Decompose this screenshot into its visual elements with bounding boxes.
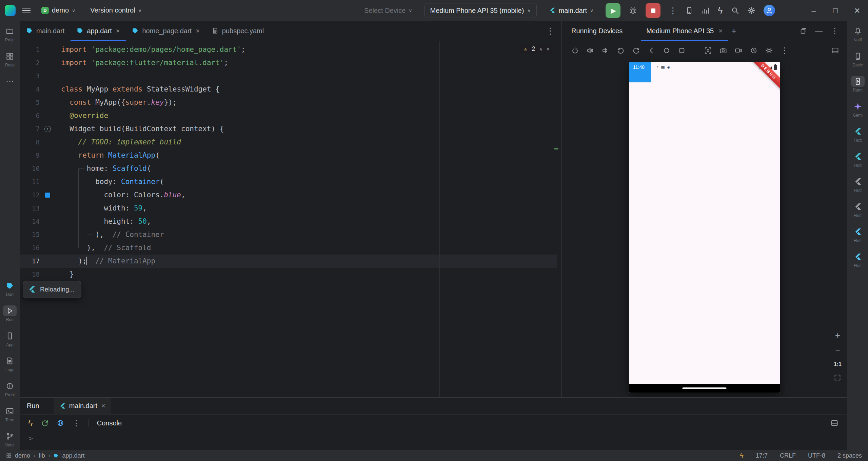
minimize-button[interactable]: – [803, 0, 825, 21]
console-tab[interactable]: Console [97, 419, 122, 427]
hide-panel-icon[interactable]: — [815, 27, 823, 35]
rotate-left-button[interactable] [617, 47, 625, 54]
zoom-reset-button[interactable]: 1:1 [834, 361, 842, 367]
new-device-tab-icon[interactable]: + [731, 26, 736, 35]
device-manager-icon[interactable] [685, 6, 693, 15]
layout-settings-icon[interactable] [831, 419, 838, 427]
highlighting-lightning-icon[interactable]: ϟ [740, 452, 744, 459]
toolwindow-flutter-property-editor[interactable]: Flutt [847, 201, 868, 218]
close-icon[interactable]: × [718, 27, 723, 35]
indent-style[interactable]: 2 spaces [837, 452, 862, 459]
screenshot-button[interactable] [704, 47, 712, 54]
code-line-16[interactable]: 16 ), // Scaffold [20, 241, 561, 255]
attach-panel-icon[interactable] [831, 47, 839, 54]
volume-down-button[interactable] [602, 47, 609, 54]
code-line-8[interactable]: 8 // TODO: implement build [20, 136, 561, 149]
toolwindow-flutter-performance[interactable]: Flutt [847, 176, 868, 193]
toolwindow-terminal[interactable]: Term [0, 406, 20, 422]
code-line-1[interactable]: 1import 'package:demo/pages/home_page.da… [20, 43, 561, 56]
home-indicator[interactable] [683, 387, 727, 389]
more-button[interactable]: ⋮ [781, 46, 789, 55]
code-line-13[interactable]: 13 width: 59, [20, 202, 561, 215]
close-tab-icon[interactable]: × [116, 27, 120, 35]
close-button[interactable]: × [846, 0, 868, 21]
screen-record-button[interactable] [735, 47, 742, 54]
code-line-14[interactable]: 14 height: 50, [20, 215, 561, 228]
zoom-in-icon[interactable]: + [835, 331, 840, 340]
editor-tab-pubspec.yaml[interactable]: pubspec.yaml [206, 21, 270, 41]
next-problem-icon[interactable]: ∨ [547, 47, 549, 51]
debug-button[interactable] [629, 6, 637, 15]
profile-avatar[interactable] [764, 5, 775, 16]
caret-position[interactable]: 17:7 [756, 452, 768, 459]
toolwindow-logcat[interactable]: Logc [0, 356, 20, 372]
toolwindow-flutter-inspector[interactable]: Flutt [847, 151, 868, 167]
toolwindow-gemini[interactable]: Gemi [847, 101, 868, 117]
run-config-selector[interactable]: main.dart ∨ [545, 3, 598, 18]
code-line-17[interactable]: 17 ); // MaterialApp [20, 255, 561, 268]
breadcrumb-app.dart[interactable]: app.dart [62, 452, 84, 459]
float-window-icon[interactable] [800, 27, 807, 34]
code-line-11[interactable]: 11 body: Container( [20, 175, 561, 188]
project-selector[interactable]: D demo ∨ [37, 3, 79, 18]
settings-button[interactable] [765, 47, 773, 54]
code-line-18[interactable]: 18 } [20, 268, 561, 281]
run-button[interactable]: ▶ [606, 3, 620, 18]
toolwindow-app-quality-insights[interactable]: App [0, 330, 20, 347]
search-icon[interactable] [731, 6, 739, 15]
code-line-12[interactable]: 12 color: Colors.blue, [20, 188, 561, 202]
vcs-selector[interactable]: Version control ∨ [86, 3, 146, 18]
toolwindow-problems[interactable]: Probl [0, 381, 20, 397]
toolwindow-flutter-outline[interactable]: Flutt [847, 126, 868, 142]
code-line-2[interactable]: 2import 'package:flutter/material.dart'; [20, 56, 561, 69]
code-line-6[interactable]: 6 @override [20, 109, 561, 122]
code-line-4[interactable]: 4class MyApp extends StatelessWidget { [20, 83, 561, 96]
zoom-fit-icon[interactable] [834, 374, 841, 381]
toolwindow-project[interactable]: Proje [0, 26, 20, 42]
code-area[interactable]: 1import 'package:demo/pages/home_page.da… [20, 41, 561, 397]
home-button[interactable] [663, 47, 670, 54]
back-button[interactable] [648, 47, 655, 54]
open-devtools-icon[interactable] [57, 419, 64, 427]
toolwindow-flutter-deep-links[interactable]: Flutt [847, 252, 868, 268]
stop-button[interactable] [646, 3, 660, 18]
code-line-15[interactable]: 15 ), // Container [20, 228, 561, 241]
zoom-out-icon[interactable]: − [835, 346, 840, 355]
code-line-9[interactable]: 9 return MaterialApp( [20, 149, 561, 162]
more-actions-icon[interactable]: ⋮ [669, 6, 677, 15]
toolwindow-notifications[interactable]: Notif [847, 26, 868, 42]
code-line-5[interactable]: 5 const MyApp({super.key}); [20, 96, 561, 109]
toolwindow-flutter-sidebar[interactable]: Flutt [847, 226, 868, 243]
hot-restart-icon[interactable] [41, 419, 48, 427]
toolwindow-run[interactable]: Run [0, 305, 20, 322]
emulator-screen[interactable]: 11:48 ◔▦◈ 3G ↕ ◢ DEBUG [629, 62, 780, 393]
toolwindow-resource-manager[interactable]: Reso [0, 51, 20, 67]
code-line-7[interactable]: 7↑ Widget build(BuildContext context) { [20, 122, 561, 136]
editor-tab-home_page.dart[interactable]: home_page.dart× [126, 21, 205, 41]
apply-changes-icon[interactable]: ϟ [718, 6, 723, 15]
select-device-dropdown[interactable]: Select Device ∨ [360, 3, 416, 18]
more-options-icon[interactable]: ⋮ [72, 419, 80, 427]
overview-button[interactable] [678, 47, 686, 54]
close-tab-icon[interactable]: × [196, 27, 200, 35]
prev-problem-icon[interactable]: ∧ [539, 47, 542, 51]
toolwindow-device-manager[interactable]: Devic [847, 51, 868, 67]
snapshot-button[interactable] [750, 47, 757, 54]
close-icon[interactable]: × [101, 402, 105, 410]
settings-gear-icon[interactable] [747, 6, 755, 15]
panel-options-icon[interactable]: ⋮ [831, 27, 839, 35]
profiler-icon[interactable] [702, 6, 710, 15]
toolwindow-more-tool-windows[interactable]: ⋯ [0, 76, 20, 92]
device-tab[interactable]: Medium Phone API 35 × [641, 21, 728, 41]
breadcrumb-lib[interactable]: lib [39, 452, 45, 459]
power-button[interactable] [571, 47, 579, 54]
breadcrumb-demo[interactable]: demo [15, 452, 30, 459]
color-swatch-gutter-icon[interactable] [45, 193, 50, 198]
inspections-widget[interactable]: ⚠ 2 ∧ ∨ [519, 44, 553, 54]
code-line-10[interactable]: 10 home: Scaffold( [20, 162, 561, 175]
volume-up-button[interactable] [587, 47, 594, 54]
console-output[interactable]: > [20, 432, 847, 442]
camera-button[interactable] [719, 47, 727, 54]
editor-tab-app.dart[interactable]: app.dart× [71, 21, 126, 41]
main-menu-icon[interactable] [22, 8, 31, 13]
